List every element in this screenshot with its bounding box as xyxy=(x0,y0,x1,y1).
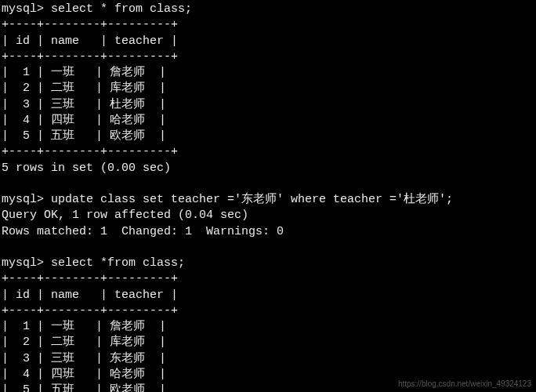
table-row: | 5 | 五班 | 欧老师 | xyxy=(2,383,166,392)
prompt: mysql> xyxy=(2,2,44,16)
query-ok: Query OK, 1 row affected (0.04 sec) xyxy=(2,209,248,222)
prompt: mysql> xyxy=(2,256,44,270)
rows-in-set: 5 rows in set (0.00 sec) xyxy=(2,162,171,175)
rows-matched: Rows matched: 1 Changed: 1 Warnings: 0 xyxy=(2,225,284,238)
table-row: | 1 | 一班 | 詹老师 | xyxy=(2,66,166,79)
sql-select-1: select * from class; xyxy=(51,2,192,16)
table-row: | 2 | 二班 | 库老师 | xyxy=(2,336,166,349)
table-border: +----+--------+---------+ xyxy=(2,18,178,31)
terminal-output: mysql> select * from class; +----+------… xyxy=(0,0,536,392)
prompt: mysql> xyxy=(2,193,44,206)
table-row: | 1 | 一班 | 詹老师 | xyxy=(2,320,166,333)
table-row: | 3 | 三班 | 东老师 | xyxy=(2,352,166,365)
table-border: +----+--------+---------+ xyxy=(2,272,178,285)
table-row: | 4 | 四班 | 哈老师 | xyxy=(2,114,166,127)
watermark-text: https://blog.csdn.net/weixin_49324123 xyxy=(398,379,531,390)
table-border: +----+--------+---------+ xyxy=(2,304,178,318)
table-border: +----+--------+---------+ xyxy=(2,50,178,64)
table-border: +----+--------+---------+ xyxy=(2,145,178,158)
sql-select-2: select *from class; xyxy=(51,256,185,270)
table-row: | 2 | 二班 | 库老师 | xyxy=(2,82,166,95)
table-row: | 4 | 四班 | 哈老师 | xyxy=(2,368,166,381)
table-header: | id | name | teacher | xyxy=(2,289,178,302)
table-header: | id | name | teacher | xyxy=(2,34,178,48)
sql-update: update class set teacher ='东老师' where te… xyxy=(51,193,453,206)
table-row: | 5 | 五班 | 欧老师 | xyxy=(2,129,166,143)
table-row: | 3 | 三班 | 杜老师 | xyxy=(2,98,166,111)
